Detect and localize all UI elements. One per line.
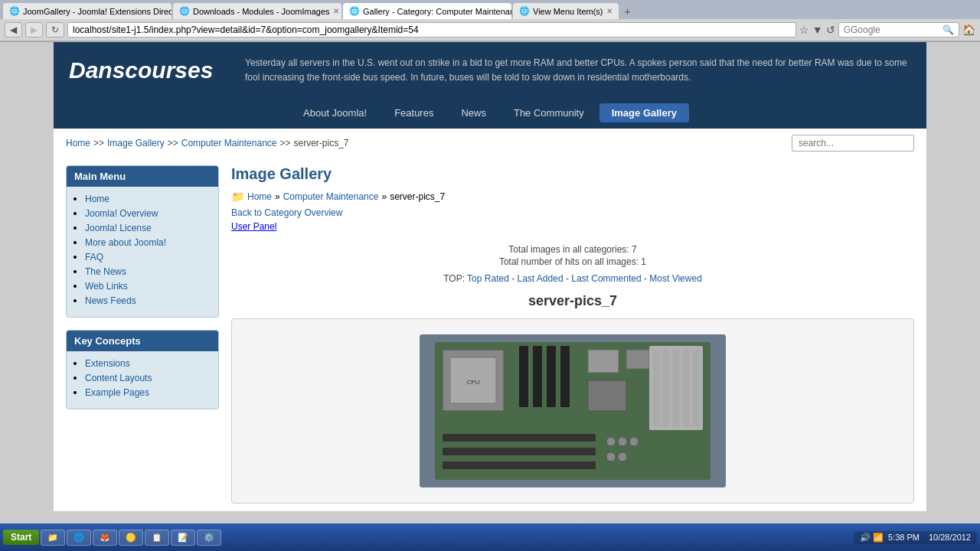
breadcrumb-gallery[interactable]: Image Gallery <box>107 138 165 148</box>
refresh-icon[interactable]: ↺ <box>826 24 835 36</box>
content-breadcrumb-category[interactable]: Computer Maintenance <box>283 191 379 202</box>
back-to-category-link[interactable]: Back to Category Overview <box>231 207 342 218</box>
list-item: Extensions <box>85 357 211 369</box>
last-commented-link[interactable]: Last Commented <box>571 273 641 284</box>
sidebar-item-license[interactable]: Joomla! License <box>85 223 152 233</box>
main-menu-title: Main Menu <box>67 166 218 187</box>
last-added-link[interactable]: Last Added <box>518 273 564 284</box>
nav-icons: ☆ ▼ ↺ <box>799 24 835 36</box>
content-breadcrumb-current: server-pics_7 <box>390 191 445 202</box>
site-header: Danscourses Yesterday all servers in the… <box>54 42 926 103</box>
sidebar-item-content-layouts[interactable]: Content Layouts <box>85 373 152 383</box>
star-icon[interactable]: ☆ <box>799 24 809 36</box>
content-area: Image Gallery 📁 Home » Computer Maintena… <box>231 165 914 504</box>
forward-button[interactable]: ▶ <box>25 22 43 37</box>
sidebar-item-extensions[interactable]: Extensions <box>85 358 130 369</box>
svg-point-23 <box>629 437 639 446</box>
address-bar[interactable] <box>67 22 796 37</box>
sidebar-item-news[interactable]: The News <box>85 266 126 277</box>
browser-tab-1[interactable]: 🌐 JoomGallery - Joomla! Extensions Direc… <box>3 3 172 19</box>
svg-rect-10 <box>443 448 596 455</box>
svg-rect-7 <box>547 346 556 407</box>
most-viewed-link[interactable]: Most Viewed <box>649 273 701 284</box>
list-item: Content Layouts <box>85 372 211 383</box>
sidebar-item-weblinks[interactable]: Web Links <box>85 281 128 292</box>
tab-icon-3: 🌐 <box>349 6 360 16</box>
sidebar-item-example-pages[interactable]: Example Pages <box>85 387 149 398</box>
browser-tab-4[interactable]: 🌐 View Menu Item(s) ✕ <box>513 3 619 19</box>
tab-icon-1: 🌐 <box>9 6 20 16</box>
browser-tab-2[interactable]: 🌐 Downloads - Modules - JoomImages ✕ <box>173 3 341 19</box>
svg-rect-13 <box>626 350 649 369</box>
folder-icon: 📁 <box>231 191 244 203</box>
sidebar-item-overview[interactable]: Joomla! Overview <box>85 208 158 219</box>
breadcrumb-bar: Home >> Image Gallery >> Computer Mainte… <box>54 129 926 158</box>
tab-label-3: Gallery - Category: Computer Maintenan..… <box>363 7 511 16</box>
tab-icon-4: 🌐 <box>519 6 530 16</box>
breadcrumb-home[interactable]: Home <box>66 138 90 148</box>
svg-rect-17 <box>663 350 669 426</box>
svg-rect-20 <box>693 350 699 426</box>
site-logo: Danscourses <box>69 50 222 83</box>
svg-rect-12 <box>588 350 619 373</box>
total-images-stat: Total images in all categories: 7 <box>231 244 914 255</box>
sidebar-item-home[interactable]: Home <box>85 194 109 204</box>
new-tab-button[interactable]: + <box>620 3 635 19</box>
content-breadcrumb: 📁 Home » Computer Maintenance » server-p… <box>231 191 914 203</box>
top-label: TOP: <box>443 273 465 284</box>
tab-close-2[interactable]: ✕ <box>333 7 339 15</box>
nav-gallery[interactable]: Image Gallery <box>599 103 689 122</box>
nav-news[interactable]: News <box>449 103 498 122</box>
sidebar-item-newsfeeds[interactable]: News Feeds <box>85 295 136 306</box>
arrow-sep-1: » <box>275 191 280 202</box>
main-nav: About Joomla! Features News The Communit… <box>54 103 926 129</box>
sidebar-item-faq[interactable]: FAQ <box>85 252 103 262</box>
list-item: More about Joomla! <box>85 236 211 248</box>
bookmark-icon[interactable]: ▼ <box>812 24 823 36</box>
list-item: Joomla! Overview <box>85 207 211 219</box>
top-links: TOP: Top Rated - Last Added - Last Comme… <box>231 273 914 284</box>
list-item: News Feeds <box>85 295 211 306</box>
arrow-sep-2: » <box>381 191 387 202</box>
gallery-box: CPU <box>231 318 914 504</box>
back-button[interactable]: ◀ <box>5 22 22 37</box>
address-input[interactable] <box>73 24 791 35</box>
breadcrumb-search[interactable] <box>792 135 914 152</box>
gallery-image: CPU <box>420 334 726 487</box>
main-layout: Main Menu Home Joomla! Overview Joomla! … <box>54 158 926 511</box>
reload-button[interactable]: ↻ <box>46 22 64 37</box>
breadcrumb-current: server-pics_7 <box>294 138 349 148</box>
home-icon[interactable]: 🏠 <box>962 24 975 36</box>
header-text: Yesterday all servers in the U.S. went o… <box>245 50 911 85</box>
tab-icon-2: 🌐 <box>179 6 190 16</box>
tab-close-4[interactable]: ✕ <box>606 7 612 15</box>
nav-features[interactable]: Features <box>382 103 446 122</box>
svg-rect-18 <box>673 350 679 426</box>
list-item: Web Links <box>85 280 211 292</box>
svg-rect-19 <box>683 350 689 426</box>
search-input[interactable] <box>792 135 914 152</box>
breadcrumb-sep-3: >> <box>279 138 290 148</box>
browser-nav: ◀ ▶ ↻ ☆ ▼ ↺ G 🔍 🏠 <box>0 19 980 41</box>
nav-community[interactable]: The Community <box>501 103 596 122</box>
search-icon[interactable]: 🔍 <box>942 24 954 35</box>
browser-tab-3[interactable]: 🌐 Gallery - Category: Computer Maintenan… <box>343 3 511 19</box>
svg-rect-9 <box>443 434 596 442</box>
user-panel-link: User Panel <box>231 221 914 232</box>
breadcrumb-sep-1: >> <box>93 138 104 148</box>
svg-text:CPU: CPU <box>467 379 480 386</box>
page-title: Image Gallery <box>231 165 914 183</box>
breadcrumb-category[interactable]: Computer Maintenance <box>181 138 277 148</box>
browser-search-input[interactable] <box>851 24 942 35</box>
sidebar-item-more[interactable]: More about Joomla! <box>85 237 166 248</box>
nav-about[interactable]: About Joomla! <box>291 103 379 122</box>
main-menu-list: Home Joomla! Overview Joomla! License Mo… <box>67 187 218 317</box>
user-panel-anchor[interactable]: User Panel <box>231 221 276 232</box>
content-breadcrumb-home[interactable]: Home <box>247 191 272 202</box>
top-rated-link[interactable]: Top Rated <box>467 273 509 284</box>
svg-rect-11 <box>443 461 596 469</box>
top-sep-1: - <box>511 273 517 284</box>
browser-chrome: 🌐 JoomGallery - Joomla! Extensions Direc… <box>0 0 980 42</box>
page-wrapper: Danscourses Yesterday all servers in the… <box>54 42 926 511</box>
search-bar[interactable]: G 🔍 <box>838 22 959 37</box>
